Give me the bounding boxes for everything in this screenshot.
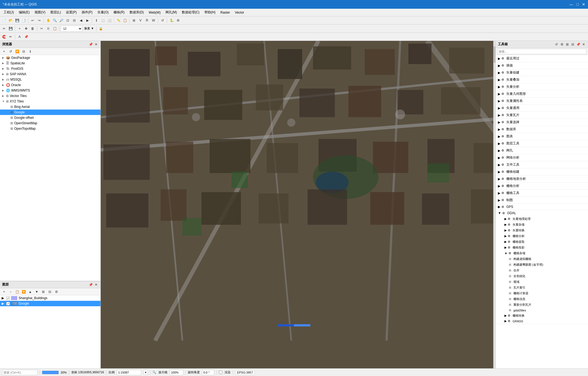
identify-btn[interactable]: ℹ bbox=[93, 17, 99, 23]
scale-dropdown-btn[interactable]: ▼ bbox=[143, 370, 148, 375]
toolbox-group-header[interactable]: ▶⚙矢量选择 bbox=[496, 119, 588, 126]
toolbox-group-header[interactable]: ▶⚙网孔 bbox=[496, 147, 588, 154]
toolbox-group-header[interactable]: ▶⚙矢量瓦片 bbox=[496, 112, 588, 119]
layer-manage-btn[interactable]: ⚙ bbox=[53, 289, 59, 295]
toolbox-search-input[interactable] bbox=[497, 49, 586, 54]
save-project-btn[interactable]: 💾 bbox=[14, 17, 20, 23]
layer-open-attr-btn[interactable]: 📋 bbox=[14, 289, 20, 295]
map-scrollbar-v[interactable] bbox=[493, 41, 495, 368]
toolbox-group-header[interactable]: ▶⚙栅格工具 bbox=[496, 190, 588, 196]
pan-btn[interactable]: ✋ bbox=[45, 17, 51, 23]
refresh-btn[interactable]: ↺ bbox=[160, 17, 166, 23]
toolbox-pin-btn[interactable]: 📌 bbox=[576, 42, 580, 47]
browser-item-spatialite[interactable]: ▶🗄SpatiaLite bbox=[0, 60, 100, 66]
toolbox-leaf-item[interactable]: ⊞瓦片索引 bbox=[496, 285, 588, 290]
scrollbar-thumb-v[interactable] bbox=[494, 46, 495, 63]
save-edits-btn[interactable]: 💾 bbox=[8, 26, 14, 32]
crs-button[interactable]: EPSG:3857 bbox=[235, 370, 255, 375]
zoom-out-btn[interactable]: 🔎 bbox=[58, 17, 64, 23]
layer-select-combo[interactable]: 12 bbox=[61, 26, 82, 32]
layer-item-google-layer[interactable]: ▶✓Google bbox=[0, 301, 100, 306]
zoom-in-btn[interactable]: 🔍 bbox=[52, 17, 58, 23]
new-spatial-btn[interactable]: ⊞ bbox=[131, 17, 137, 23]
browser-item-wmswmts[interactable]: ▶🌐WMS/WMTS bbox=[0, 88, 100, 93]
menu-item-p[interactable]: 设置(P) bbox=[64, 9, 79, 16]
menu-item-m[interactable]: 网孔(M) bbox=[163, 9, 179, 16]
browser-item-mssql[interactable]: ▶🗃MSSQL bbox=[0, 77, 100, 82]
zoom-layer-btn[interactable]: ⊟ bbox=[71, 17, 77, 23]
toolbox-group-header[interactable]: ▶⚙文件工具 bbox=[496, 161, 588, 168]
menu-item-l[interactable]: 图层(L) bbox=[48, 9, 63, 16]
render-checkbox[interactable] bbox=[219, 371, 222, 374]
layer-item-shanghai-buildings[interactable]: ▶✓Shanghai_Buildings bbox=[0, 295, 100, 301]
search-input[interactable] bbox=[2, 370, 38, 375]
processing-toolbox-btn[interactable]: ⚙ bbox=[175, 17, 181, 23]
toolbox-sub-item[interactable]: ▶⚙GRASS bbox=[496, 319, 588, 324]
toolbox-leaf-item[interactable]: ⊞构建建鹰眼图 (金字塔) bbox=[496, 262, 588, 268]
zoom-prev-btn[interactable]: ◀ bbox=[78, 17, 84, 23]
layer-move-down-btn[interactable]: ▼ bbox=[34, 289, 40, 295]
open-project-btn[interactable]: 📂 bbox=[8, 17, 14, 23]
scale-input[interactable] bbox=[117, 370, 141, 375]
minimize-button[interactable]: — bbox=[569, 2, 573, 7]
browser-item-bingaerial[interactable]: ⊞Bing Aerial bbox=[0, 104, 100, 110]
layer-remove-btn[interactable]: − bbox=[8, 289, 14, 295]
browser-item-saphana[interactable]: ▶⊞SAP HANA bbox=[0, 71, 100, 77]
browser-collapse-btn[interactable]: ⊟ bbox=[21, 48, 27, 54]
menu-item-webw[interactable]: Web(W) bbox=[146, 10, 163, 15]
toolbox-group-header[interactable]: ▶⚙制图 bbox=[496, 197, 588, 204]
toolbox-group-header[interactable]: ▶⚙图层工具 bbox=[496, 140, 588, 147]
snap-btn[interactable]: 🧲 bbox=[1, 34, 7, 40]
toolbox-refresh-btn[interactable]: ↺ bbox=[554, 42, 559, 47]
toolbox-group-header[interactable]: ▶⚙GPS bbox=[496, 204, 588, 210]
menu-item-v[interactable]: 视图(V) bbox=[32, 9, 48, 16]
toolbox-group-header[interactable]: ▶⚙数据库 bbox=[496, 126, 588, 133]
layer-filter-btn[interactable]: 🔽 bbox=[21, 289, 27, 295]
delete-feature-btn[interactable]: 🗑 bbox=[30, 26, 36, 32]
toolbox-group-header[interactable]: ▶⚙图表 bbox=[496, 133, 588, 140]
menu-item-vector[interactable]: Vector bbox=[233, 10, 246, 15]
toolbox-group-header[interactable]: ▶⚙网络分析 bbox=[496, 154, 588, 161]
toolbox-group-header[interactable]: ▶⚙矢量分析 bbox=[496, 83, 588, 90]
deselect-btn[interactable]: ⬜ bbox=[106, 17, 112, 23]
zoom-input[interactable] bbox=[170, 370, 183, 375]
toolbox-group-header[interactable]: ▶⚙插值 bbox=[496, 62, 588, 69]
pin-btn[interactable]: 📌 bbox=[23, 34, 29, 40]
browser-item-xyztiles[interactable]: ▼⊞XYZ Tiles bbox=[0, 99, 100, 104]
toolbox-leaf-item[interactable]: ⊞gdal2tiles bbox=[496, 308, 588, 313]
add-vector-btn[interactable]: V bbox=[137, 17, 143, 23]
menu-item-raster[interactable]: Raster bbox=[218, 10, 232, 15]
menu-item-p[interactable]: 插件(P) bbox=[79, 9, 95, 16]
toolbox-group-header[interactable]: ▶⚙栅格地形分析 bbox=[496, 175, 588, 182]
menu-item-h[interactable]: 帮助(H) bbox=[202, 9, 218, 16]
copy-btn[interactable]: ⎘ bbox=[45, 26, 51, 32]
label-btn[interactable]: A bbox=[17, 34, 23, 40]
menu-item-d[interactable]: 数据库(D) bbox=[127, 9, 146, 16]
toolbox-sub-item[interactable]: ▶⚙矢量地理处理 bbox=[496, 216, 588, 222]
browser-refresh-btn[interactable]: ↺ bbox=[8, 48, 14, 54]
toolbox-group-header[interactable]: ▼⚙GDAL bbox=[496, 210, 588, 216]
toolbox-group-header[interactable]: ▶⚙矢量叠加 bbox=[496, 76, 588, 83]
toolbox-sub-item[interactable]: ▶⚙矢量转换 bbox=[496, 228, 588, 233]
toolbox-leaf-item[interactable]: ⊞栅格计算器 bbox=[496, 290, 588, 296]
undo-btn[interactable]: ↩ bbox=[30, 17, 36, 23]
new-project-btn[interactable]: 📄 bbox=[1, 17, 7, 23]
toolbox-settings-btn[interactable]: ⚙ bbox=[560, 42, 564, 47]
add-wms-btn[interactable]: W bbox=[151, 17, 157, 23]
menu-item-j[interactable]: 工程(J) bbox=[1, 9, 16, 16]
measure-btn[interactable]: 📏 bbox=[115, 17, 121, 23]
browser-item-postgis[interactable]: ▶🐘PostGIS bbox=[0, 66, 100, 71]
redo-btn[interactable]: ↪ bbox=[36, 17, 42, 23]
map-area[interactable] bbox=[101, 41, 495, 368]
layer-collapse-btn[interactable]: ⊟ bbox=[47, 289, 53, 295]
browser-properties-btn[interactable]: ℹ bbox=[27, 48, 33, 54]
toolbox-leaf-item[interactable]: ⊞栅格信息 bbox=[496, 296, 588, 302]
cut-btn[interactable]: ✂ bbox=[39, 26, 45, 32]
browser-close-btn[interactable]: ✕ bbox=[94, 42, 98, 47]
layer-move-up-btn[interactable]: ▲ bbox=[27, 289, 33, 295]
zoom-next-btn[interactable]: ▶ bbox=[84, 17, 90, 23]
toolbox-expand-all-btn[interactable]: ⊞ bbox=[565, 42, 569, 47]
toolbox-group-header[interactable]: ▶⚙矢量属性表 bbox=[496, 98, 588, 104]
save-as-btn[interactable]: 📑 bbox=[21, 17, 27, 23]
paste-btn[interactable]: 📋 bbox=[52, 26, 58, 32]
